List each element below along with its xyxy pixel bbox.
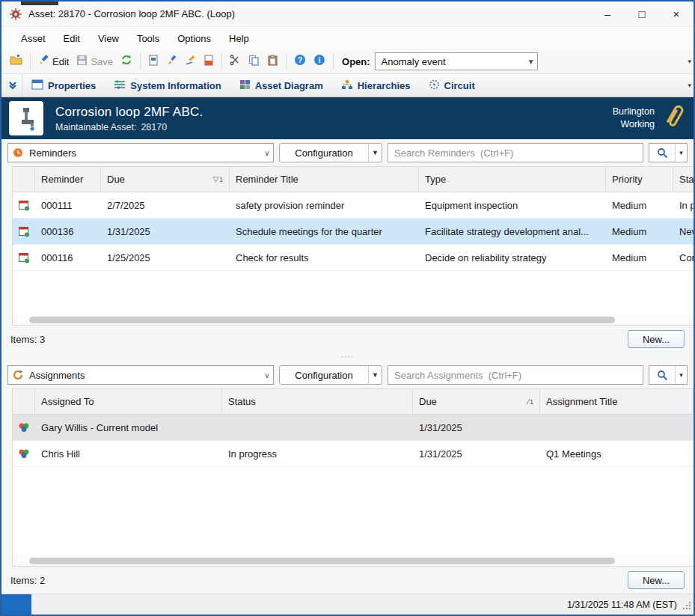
refresh-button[interactable]: [117, 52, 136, 71]
resize-grip[interactable]: [682, 600, 692, 610]
toolbar-overflow-button[interactable]: ▾: [688, 58, 691, 65]
cut-button[interactable]: [226, 52, 245, 71]
reminder-row-selected[interactable]: 000136 1/31/2025 Schedule meetings for t…: [13, 219, 694, 245]
col-assigned-to[interactable]: Assigned To: [35, 389, 222, 414]
reminder-row[interactable]: 000111 2/7/2025 safety provision reminde…: [13, 192, 694, 219]
floppy-icon: [76, 55, 88, 69]
scrollbar-thumb[interactable]: [29, 317, 615, 323]
pane-splitter[interactable]: ····: [1, 353, 694, 362]
tab-asset-diagram[interactable]: Asset Diagram: [230, 74, 332, 97]
minimize-button[interactable]: –: [590, 1, 625, 26]
asset-diagram-icon: [239, 79, 251, 92]
app-window: Asset: 28170 - Corrosion loop 2MF ABC. (…: [0, 0, 695, 616]
assignments-view-dropdown[interactable]: Assignments ∨: [7, 365, 274, 385]
reminder-row[interactable]: 000116 1/25/2025 Check for results Decid…: [13, 245, 694, 271]
col-reminder-title[interactable]: Reminder Title: [230, 167, 419, 192]
tab-label: Hierarchies: [358, 80, 411, 91]
reminders-pane: Reminders ∨ Configuration ▼ ▾ Reminder D…: [1, 139, 694, 353]
menu-edit[interactable]: Edit: [55, 29, 89, 48]
delete-document-button[interactable]: [200, 52, 218, 71]
assignment-row[interactable]: Chris Hill In progress 1/31/2025 Q1 Meet…: [13, 441, 694, 467]
col-type[interactable]: Type: [419, 167, 606, 192]
col-reminder[interactable]: Reminder: [35, 167, 101, 192]
tabstrip-overflow-button[interactable]: ▾: [688, 82, 691, 89]
menu-asset[interactable]: Asset: [12, 29, 55, 48]
circuit-icon: [429, 79, 440, 92]
assignments-pane: Assignments ∨ Configuration ▼ ▾ Assigned…: [1, 362, 694, 594]
reminders-view-value: Reminders: [23, 147, 261, 159]
col-due[interactable]: Due∕1: [413, 389, 540, 414]
menu-help[interactable]: Help: [220, 29, 258, 48]
reminder-title: safety provision reminder: [230, 192, 419, 218]
reminders-horizontal-scrollbar: [13, 314, 694, 325]
info-button[interactable]: i: [310, 52, 329, 71]
report-button[interactable]: [144, 52, 162, 71]
asset-status: Working: [613, 118, 655, 131]
col-assignment-title[interactable]: Assignment Title: [540, 389, 694, 414]
properties-icon: [31, 79, 43, 92]
maximize-button[interactable]: □: [625, 1, 659, 26]
menu-options[interactable]: Options: [168, 29, 220, 48]
reminders-table: Reminder Due▽1 Reminder Title Type Prior…: [12, 166, 694, 326]
assignments-table: Assigned To Status Due∕1 Assignment Titl…: [12, 388, 694, 567]
tab-hierarchies[interactable]: Hierarchies: [332, 74, 420, 97]
copy-button[interactable]: [245, 52, 263, 71]
reminder-title: Check for results: [230, 245, 419, 270]
assignment-row[interactable]: Gary Willis - Current model 1/31/2025: [13, 415, 694, 441]
assignments-search-button[interactable]: ▾: [649, 365, 688, 385]
open-event-dropdown[interactable]: Anomaly event ▼: [375, 52, 538, 70]
assignment-status: In progress: [222, 441, 413, 466]
save-label: Save: [91, 56, 113, 67]
col-priority[interactable]: Priority: [606, 167, 673, 192]
paste-button[interactable]: [263, 52, 282, 71]
reminders-configuration-button[interactable]: Configuration ▼: [279, 143, 382, 162]
tab-properties[interactable]: Properties: [22, 74, 105, 97]
svg-text:i: i: [319, 56, 321, 64]
system-information-icon: [114, 79, 126, 92]
save-button[interactable]: Save: [73, 52, 117, 71]
assignments-search-input[interactable]: [388, 365, 643, 385]
tab-circuit[interactable]: Circuit: [420, 74, 484, 97]
chevron-down-icon: ▼: [525, 58, 537, 66]
scrollbar-thumb[interactable]: [29, 558, 615, 564]
new-item-button[interactable]: [6, 52, 26, 71]
reminders-search-button[interactable]: ▾: [649, 143, 688, 162]
assignment-status: [222, 415, 413, 440]
pencil-icon: [38, 55, 49, 69]
asset-title: Corrosion loop 2MF ABC.: [55, 105, 613, 120]
edit-button[interactable]: Edit: [34, 52, 73, 71]
reminder-id: 000111: [35, 192, 101, 218]
assignments-configuration-button[interactable]: Configuration ▼: [279, 365, 382, 385]
document-window-icon: [148, 55, 159, 69]
collapse-ribbon-button[interactable]: [3, 74, 22, 97]
reminders-view-dropdown[interactable]: Reminders ∨: [7, 143, 274, 162]
paperclip-icon[interactable]: [664, 102, 686, 135]
configuration-label: Configuration: [280, 370, 368, 381]
tab-system-information[interactable]: System Information: [105, 74, 230, 97]
assignment-assigned-to: Chris Hill: [35, 441, 222, 466]
menu-view[interactable]: View: [89, 29, 128, 48]
format-painter-button[interactable]: [162, 52, 181, 71]
icon-column-header: [13, 389, 35, 414]
assignment-title: Q1 Meetings: [540, 441, 694, 466]
col-due[interactable]: Due▽1: [101, 167, 230, 192]
chevron-down-icon: ▼: [368, 366, 382, 384]
col-status[interactable]: Status: [222, 389, 413, 414]
reminders-search-input[interactable]: [388, 143, 643, 162]
asset-header: Corrosion loop 2MF ABC. Maintainable Ass…: [1, 97, 694, 139]
assignments-new-button[interactable]: New...: [628, 571, 685, 589]
col-status[interactable]: Sta: [673, 167, 695, 192]
pen-icon: [185, 55, 196, 69]
signature-button[interactable]: [181, 52, 200, 71]
reminder-due: 1/31/2025: [101, 219, 230, 244]
close-button[interactable]: ×: [659, 1, 694, 26]
tab-label: Properties: [48, 80, 96, 91]
assignment-due: 1/31/2025: [413, 415, 540, 440]
maintainable-asset-value: 28170: [141, 122, 167, 132]
help-button[interactable]: ?: [290, 52, 310, 71]
background-window-sliver: [21, 1, 58, 5]
menu-tools[interactable]: Tools: [128, 29, 168, 48]
paintbrush-icon: [166, 55, 177, 69]
assignment-item-icon: [13, 415, 35, 440]
reminders-new-button[interactable]: New...: [628, 330, 685, 348]
